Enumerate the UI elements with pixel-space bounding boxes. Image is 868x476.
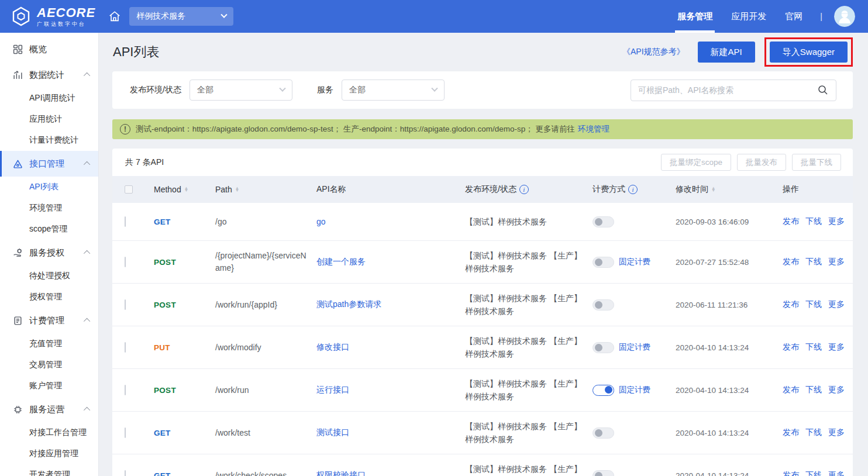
col-env-status: 发布环境/状态 — [465, 184, 516, 195]
row-checkbox[interactable] — [125, 470, 126, 476]
publish-link[interactable]: 发布 — [783, 216, 799, 227]
publish-link[interactable]: 发布 — [783, 257, 799, 267]
import-swagger-button[interactable]: 导入Swagger — [770, 42, 848, 63]
sort-icon[interactable]: ▲▼ — [235, 187, 239, 192]
sort-icon[interactable]: ▲▼ — [711, 187, 715, 192]
select-all-checkbox[interactable] — [125, 185, 133, 194]
more-link[interactable]: 更多 — [828, 342, 845, 353]
billing-label: 固定计费 — [619, 257, 650, 267]
sidebar-item-api-call-stats[interactable]: API调用统计 — [0, 88, 98, 109]
sidebar-item-recharge-management[interactable]: 充值管理 — [0, 333, 98, 354]
offline-link[interactable]: 下线 — [805, 470, 822, 476]
billing-toggle[interactable] — [593, 299, 614, 311]
billing-label: 固定计费 — [619, 385, 650, 395]
home-icon[interactable] — [108, 10, 121, 23]
info-icon[interactable]: i — [628, 185, 638, 194]
env-management-link[interactable]: 环境管理 — [578, 124, 609, 134]
api-path: /work/run/{appId} — [215, 299, 316, 311]
sidebar-item-overview[interactable]: 概览 — [0, 36, 98, 62]
api-name-link[interactable]: go — [316, 217, 326, 226]
row-checkbox[interactable] — [125, 299, 126, 310]
sidebar-item-api-list[interactable]: API列表 — [0, 177, 98, 198]
sidebar-item-transaction-management[interactable]: 交易管理 — [0, 354, 98, 375]
sidebar-item-partner-app-management[interactable]: 对接应用管理 — [0, 443, 98, 464]
publish-link[interactable]: 发布 — [783, 385, 799, 395]
more-link[interactable]: 更多 — [828, 216, 845, 227]
api-name-link[interactable]: 测试path参数请求 — [316, 299, 381, 309]
api-name-link[interactable]: 测试接口 — [316, 427, 349, 437]
batch-offline-button[interactable]: 批量下线 — [792, 154, 841, 171]
billing-toggle[interactable] — [593, 216, 614, 227]
more-link[interactable]: 更多 — [828, 257, 845, 267]
sidebar-item-scope-management[interactable]: scope管理 — [0, 219, 98, 240]
more-link[interactable]: 更多 — [828, 427, 845, 438]
offline-link[interactable]: 下线 — [805, 299, 822, 310]
row-checkbox[interactable] — [125, 216, 126, 227]
env-filter-select[interactable]: 全部 — [190, 80, 292, 101]
billing-toggle[interactable] — [593, 470, 614, 476]
sort-icon[interactable]: ▲▼ — [184, 187, 188, 192]
api-spec-reference-link[interactable]: 《API规范参考》 — [622, 47, 685, 57]
billing-toggle[interactable] — [593, 257, 614, 268]
offline-link[interactable]: 下线 — [805, 342, 822, 353]
search-icon[interactable] — [817, 84, 829, 96]
sidebar-item-pending-auth[interactable]: 待处理授权 — [0, 265, 98, 287]
main-content: API列表 《API规范参考》 新建API 导入Swagger 发布环境/状态 … — [99, 33, 868, 476]
sidebar-item-app-stats[interactable]: 应用统计 — [0, 109, 98, 130]
more-link[interactable]: 更多 — [828, 299, 845, 310]
sidebar-item-env-management[interactable]: 环境管理 — [0, 198, 98, 219]
offline-link[interactable]: 下线 — [805, 257, 822, 267]
user-avatar[interactable] — [834, 6, 855, 27]
workspace-select[interactable]: 样例技术服务 — [129, 7, 233, 26]
billing-toggle[interactable] — [593, 385, 614, 396]
sidebar-item-metering-stats[interactable]: 计量计费统计 — [0, 130, 98, 151]
offline-link[interactable]: 下线 — [805, 216, 822, 227]
modified-time: 2020-04-10 14:13:24 — [676, 386, 783, 395]
row-checkbox[interactable] — [125, 257, 126, 267]
publish-link[interactable]: 发布 — [783, 299, 799, 310]
row-checkbox[interactable] — [125, 385, 126, 395]
sidebar-item-auth-management[interactable]: 授权管理 — [0, 287, 98, 308]
row-checkbox[interactable] — [125, 427, 126, 438]
nav-service-management[interactable]: 服务管理 — [677, 0, 712, 33]
service-filter-select[interactable]: 全部 — [342, 80, 445, 101]
api-name-link[interactable]: 创建一个服务 — [316, 257, 366, 266]
red-highlight-annotation: 导入Swagger — [764, 37, 853, 67]
offline-link[interactable]: 下线 — [805, 427, 822, 438]
billing-toggle[interactable] — [593, 427, 614, 439]
table-row: GET /go go 【测试】样例技术服务 2020-09-03 16:46:0… — [112, 203, 853, 240]
nav-official-site[interactable]: 官网 — [785, 0, 802, 33]
api-name-link[interactable]: 运行接口 — [316, 385, 349, 394]
billing-icon — [12, 315, 23, 326]
sidebar-item-billing-management[interactable]: 计费管理 — [0, 308, 98, 333]
brand-name: AECORE — [37, 6, 95, 19]
sidebar-item-developer-management[interactable]: 开发者管理 — [0, 464, 98, 476]
publish-link[interactable]: 发布 — [783, 342, 799, 353]
api-name-link[interactable]: 修改接口 — [316, 342, 349, 351]
sidebar-item-data-stats[interactable]: 数据统计 — [0, 62, 98, 88]
offline-link[interactable]: 下线 — [805, 385, 822, 395]
more-link[interactable]: 更多 — [828, 470, 845, 476]
billing-label: 固定计费 — [619, 342, 650, 353]
more-link[interactable]: 更多 — [828, 385, 845, 395]
publish-link[interactable]: 发布 — [783, 427, 799, 438]
api-name-link[interactable]: 权限校验接口 — [316, 470, 366, 476]
sidebar-item-workbench-management[interactable]: 对接工作台管理 — [0, 422, 98, 443]
batch-publish-button[interactable]: 批量发布 — [737, 154, 786, 171]
sidebar-item-account-management[interactable]: 账户管理 — [0, 375, 98, 396]
sidebar-item-service-auth[interactable]: 服务授权 — [0, 240, 98, 265]
chevron-up-icon — [84, 250, 90, 257]
row-checkbox[interactable] — [125, 342, 126, 353]
publish-link[interactable]: 发布 — [783, 470, 799, 476]
billing-toggle[interactable] — [593, 342, 614, 353]
env-status-text: 【测试】样例技术服务 — [465, 215, 593, 228]
chevron-down-icon — [221, 12, 227, 18]
sidebar-item-api-management[interactable]: 接口管理 — [0, 151, 98, 177]
search-input[interactable] — [638, 85, 817, 95]
endpoint-notice-text: 测试-endpoint：https://apigate.glodon.com/d… — [136, 124, 575, 134]
new-api-button[interactable]: 新建API — [698, 42, 755, 63]
info-icon[interactable]: i — [519, 185, 529, 194]
sidebar-item-service-ops[interactable]: 服务运营 — [0, 396, 98, 422]
nav-app-development[interactable]: 应用开发 — [731, 0, 766, 33]
batch-bind-scope-button[interactable]: 批量绑定scope — [661, 154, 731, 171]
